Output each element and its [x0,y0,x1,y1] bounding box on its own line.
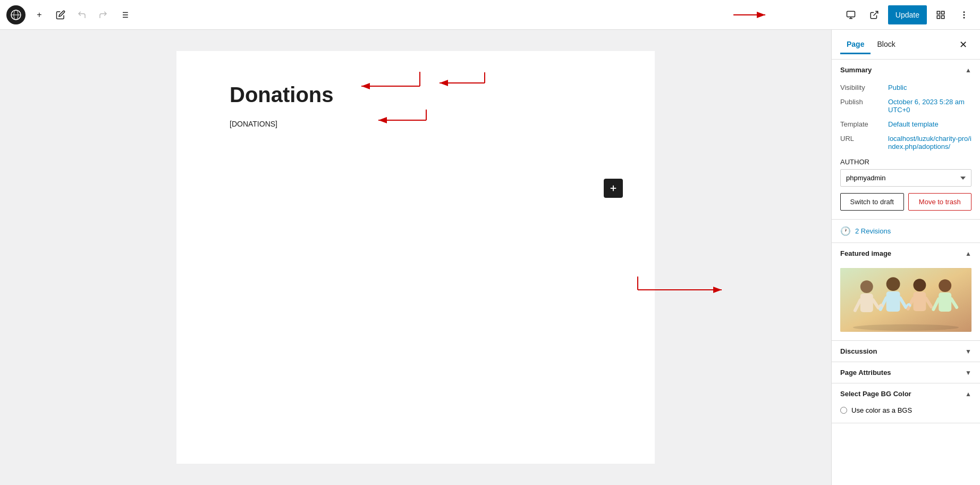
bg-color-body: Use color as a BGS [832,406,980,423]
featured-image-thumbnail[interactable] [840,268,971,332]
svg-rect-42 [939,292,951,312]
author-select[interactable]: phpmyadmin [840,169,971,187]
svg-point-45 [853,324,959,331]
tab-page[interactable]: Page [840,36,871,54]
add-block-canvas-button[interactable] [604,179,623,198]
svg-rect-30 [860,294,873,312]
use-color-label[interactable]: Use color as a BGS [851,406,912,414]
revisions-icon: 🕐 [840,226,851,236]
featured-image-header[interactable]: Featured image ▲ [832,243,980,264]
add-block-toolbar-button[interactable]: + [30,5,49,24]
wordpress-logo[interactable] [6,5,26,24]
template-label: Template [840,120,888,128]
update-button[interactable]: Update [888,5,927,24]
toolbar-right: Update [841,5,974,24]
svg-point-19 [964,17,965,18]
svg-rect-16 [937,15,940,18]
sidebar-tabs: Page Block ✕ [832,30,980,60]
use-color-radio[interactable] [840,407,847,414]
template-value[interactable]: Default template [888,120,971,128]
svg-rect-38 [913,292,926,311]
discussion-header[interactable]: Discussion ▼ [832,341,980,362]
annotation-arrows [176,51,761,211]
svg-point-33 [886,277,900,291]
featured-image-section: Featured image ▲ [832,243,980,341]
featured-image-label: Featured image [840,249,891,257]
visibility-row: Visibility Public [840,80,971,95]
main-layout: Donations [DONATIONS] Page Block ✕ Summa… [0,30,980,485]
featured-image-chevron-icon: ▲ [965,250,971,257]
editor-content: Donations [DONATIONS] [176,51,655,464]
page-attributes-header[interactable]: Page Attributes ▼ [832,362,980,383]
page-attributes-label: Page Attributes [840,369,891,377]
svg-point-41 [939,279,951,292]
summary-section-body: Visibility Public Publish October 6, 202… [832,80,980,219]
summary-chevron-icon: ▲ [965,66,971,74]
discussion-label: Discussion [840,347,877,355]
publish-row: Publish October 6, 2023 5:28 am UTC+0 [840,95,971,117]
sidebar-close-button[interactable]: ✕ [954,36,971,53]
action-buttons: Switch to draft Move to trash [840,193,971,211]
bg-color-section: Select Page BG Color ▲ Use color as a BG… [832,383,980,423]
page-attributes-section: Page Attributes ▼ [832,362,980,383]
svg-line-12 [873,11,877,15]
svg-rect-34 [886,291,900,312]
svg-point-37 [913,279,926,291]
page-attributes-chevron-icon: ▼ [965,369,971,377]
sidebar: Page Block ✕ Summary ▲ Visibility Public… [831,30,980,485]
svg-point-17 [964,12,965,13]
svg-rect-15 [942,15,944,18]
tab-block[interactable]: Block [871,36,901,54]
bg-color-chevron-icon: ▲ [965,390,971,398]
summary-label: Summary [840,66,872,74]
url-row: URL localhost/luzuk/charity-pro/index.ph… [840,131,971,154]
publish-value[interactable]: October 6, 2023 5:28 am UTC+0 [888,98,971,114]
author-section: AUTHOR phpmyadmin [840,154,971,187]
move-to-trash-button[interactable]: Move to trash [908,193,972,211]
discussion-section: Discussion ▼ [832,341,980,362]
discussion-chevron-icon: ▼ [965,348,971,355]
svg-rect-9 [847,11,855,17]
svg-point-29 [860,280,873,293]
more-options-button[interactable] [954,5,974,24]
url-value[interactable]: localhost/luzuk/charity-pro/index.php/ad… [888,135,971,150]
svg-rect-13 [937,11,940,14]
toolbar: + [0,0,980,30]
page-shortcode[interactable]: [DONATIONS] [230,120,602,128]
revisions-label: 2 Revisions [855,227,891,235]
visibility-value[interactable]: Public [888,83,971,91]
external-link-button[interactable] [865,5,884,24]
svg-point-18 [964,14,965,15]
featured-image-body [832,268,980,340]
summary-section: Summary ▲ Visibility Public Publish Octo… [832,60,980,220]
svg-rect-14 [942,11,944,14]
summary-section-header[interactable]: Summary ▲ [832,60,980,80]
page-title[interactable]: Donations [230,83,602,107]
list-view-button[interactable] [115,5,134,24]
editor-area: Donations [DONATIONS] [0,30,831,485]
publish-label: Publish [840,98,888,106]
bg-color-label: Select Page BG Color [840,390,911,398]
edit-button[interactable] [51,5,70,24]
visibility-label: Visibility [840,83,888,91]
featured-image-svg [840,268,971,332]
preview-button[interactable] [841,5,860,24]
author-section-label: AUTHOR [840,158,971,166]
template-row: Template Default template [840,117,971,131]
undo-button[interactable] [72,5,91,24]
use-color-as-bg-row: Use color as a BGS [840,406,971,414]
toolbar-left: + [6,5,839,24]
redo-button[interactable] [94,5,113,24]
bg-color-header[interactable]: Select Page BG Color ▲ [832,383,980,404]
revisions-row[interactable]: 🕐 2 Revisions [832,220,980,243]
settings-toggle-button[interactable] [931,5,950,24]
url-label: URL [840,135,888,143]
switch-to-draft-button[interactable]: Switch to draft [840,193,904,211]
